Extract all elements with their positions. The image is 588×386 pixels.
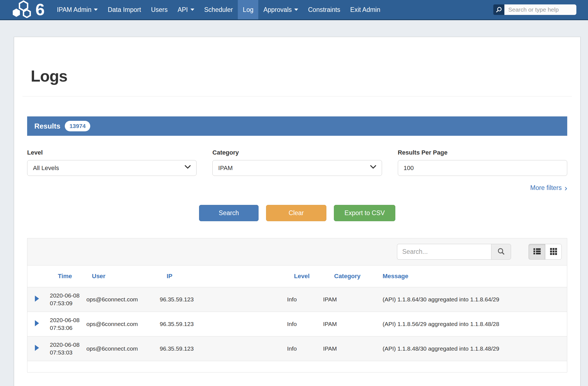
- nav-item-approvals[interactable]: Approvals: [258, 0, 303, 19]
- search-button[interactable]: Search: [199, 205, 259, 221]
- list-view-icon: [533, 248, 541, 256]
- per-page-label: Results Per Page: [398, 149, 567, 156]
- table-row: 2020-06-08 07:53:06 ops@6connect.com 96.…: [27, 312, 567, 337]
- 6connect-logo[interactable]: 6: [12, 0, 45, 19]
- log-table: Time User IP Level Category Message 2020…: [27, 265, 567, 361]
- title-divider: [22, 96, 572, 96]
- filter-per-page: Results Per Page: [398, 149, 567, 176]
- cell-ip: 96.35.59.123: [151, 337, 287, 361]
- cell-time: 2020-06-08 07:53:09: [46, 287, 84, 312]
- nav-menu: IPAM Admin Data Import Users API Schedul…: [52, 0, 385, 19]
- expand-row-icon[interactable]: [35, 320, 39, 326]
- chevron-right-icon: ›: [564, 185, 567, 191]
- cell-user: ops@6connect.com: [84, 312, 151, 337]
- header-category[interactable]: Category: [323, 265, 367, 287]
- hexagon-logo-icon: [12, 0, 34, 19]
- expand-row-icon[interactable]: [35, 296, 39, 302]
- chevron-down-icon: [190, 9, 194, 11]
- more-filters-link[interactable]: More filters ›: [530, 184, 567, 192]
- header-message[interactable]: Message: [367, 265, 567, 287]
- log-table-panel: Time User IP Level Category Message 2020…: [27, 238, 567, 372]
- header-user[interactable]: User: [84, 265, 151, 287]
- partial-next-row: [27, 361, 567, 372]
- cell-ip: 96.35.59.123: [151, 287, 287, 312]
- page-title: Logs: [31, 67, 572, 85]
- nav-item-constraints[interactable]: Constraints: [303, 0, 345, 19]
- table-row: 2020-06-08 07:53:03 ops@6connect.com 96.…: [27, 337, 567, 361]
- grid-view-icon: [550, 248, 557, 256]
- category-label: Category: [212, 149, 382, 156]
- filters-row: Level All Levels Category IPAM: [27, 149, 567, 176]
- cell-category: IPAM: [323, 312, 367, 337]
- results-count-badge: 13974: [65, 121, 90, 131]
- cell-level: Info: [287, 312, 323, 337]
- export-csv-button[interactable]: Export to CSV: [334, 205, 395, 221]
- header-time[interactable]: Time: [46, 265, 84, 287]
- view-toggle: [528, 244, 562, 260]
- content-card: Logs Results 13974 Level All Levels: [14, 37, 581, 386]
- cell-category: IPAM: [323, 287, 367, 312]
- brand-number: 6: [35, 1, 45, 18]
- chevron-down-icon: [94, 9, 98, 11]
- table-toolbar: [27, 238, 567, 265]
- category-select[interactable]: IPAM: [212, 160, 382, 176]
- list-view-button[interactable]: [528, 244, 545, 260]
- search-icon: [497, 247, 505, 256]
- filter-category: Category IPAM: [212, 149, 382, 176]
- grid-view-button[interactable]: [545, 244, 562, 260]
- action-buttons: Search Clear Export to CSV: [27, 205, 567, 221]
- chevron-down-icon: [294, 9, 298, 11]
- level-label: Level: [27, 149, 197, 156]
- cell-category: IPAM: [323, 337, 367, 361]
- nav-item-exit-admin[interactable]: Exit Admin: [345, 0, 385, 19]
- top-navbar: 6 IPAM Admin Data Import Users API Sched…: [0, 0, 588, 20]
- search-icon[interactable]: [493, 4, 504, 15]
- cell-time: 2020-06-08 07:53:06: [46, 312, 84, 337]
- results-title: Results: [34, 122, 60, 131]
- per-page-input[interactable]: [398, 160, 567, 176]
- table-row: 2020-06-08 07:53:09 ops@6connect.com 96.…: [27, 287, 567, 312]
- header-ip[interactable]: IP: [151, 265, 287, 287]
- level-select[interactable]: All Levels: [27, 160, 197, 176]
- nav-item-data-import[interactable]: Data Import: [103, 0, 146, 19]
- table-search-button[interactable]: [491, 244, 511, 260]
- nav-item-scheduler[interactable]: Scheduler: [199, 0, 238, 19]
- expand-row-icon[interactable]: [35, 345, 39, 351]
- table-header-row: Time User IP Level Category Message: [27, 265, 567, 287]
- table-search-input[interactable]: [397, 244, 491, 260]
- cell-level: Info: [287, 337, 323, 361]
- cell-message: (API) 1.1.8.48/30 aggregated into 1.1.8.…: [367, 337, 567, 361]
- header-level[interactable]: Level: [287, 265, 323, 287]
- results-header-bar: Results 13974: [27, 116, 567, 136]
- nav-item-ipam-admin[interactable]: IPAM Admin: [52, 0, 103, 19]
- global-search: [493, 0, 576, 19]
- filter-level: Level All Levels: [27, 149, 197, 176]
- cell-level: Info: [287, 287, 323, 312]
- cell-message: (API) 1.1.8.56/29 aggregated into 1.1.8.…: [367, 312, 567, 337]
- table-search: [397, 244, 511, 260]
- nav-item-log[interactable]: Log: [238, 0, 258, 19]
- cell-message: (API) 1.1.8.64/30 aggregated into 1.1.8.…: [367, 287, 567, 312]
- cell-user: ops@6connect.com: [84, 287, 151, 312]
- global-search-input[interactable]: [504, 4, 576, 15]
- nav-item-api[interactable]: API: [172, 0, 199, 19]
- cell-ip: 96.35.59.123: [151, 312, 287, 337]
- cell-user: ops@6connect.com: [84, 337, 151, 361]
- nav-item-users[interactable]: Users: [146, 0, 172, 19]
- cell-time: 2020-06-08 07:53:03: [46, 337, 84, 361]
- clear-button[interactable]: Clear: [266, 205, 326, 221]
